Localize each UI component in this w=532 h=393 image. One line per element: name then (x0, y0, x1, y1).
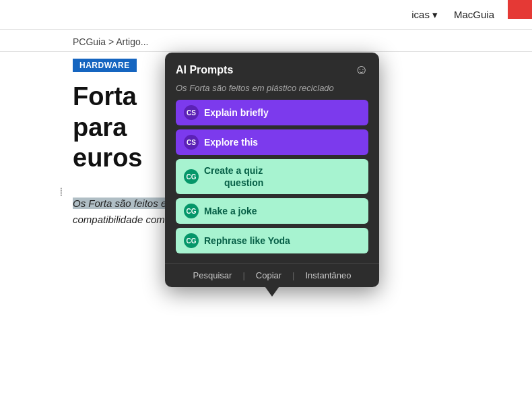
popup-header: AI Prompts ☺ (165, 53, 379, 83)
smiley-icon[interactable]: ☺ (355, 62, 368, 78)
popup-buttons: CS Explain briefly CS Explore this CG Cr… (165, 100, 379, 263)
popup-tail (265, 287, 279, 297)
nav-red-box (508, 0, 532, 19)
cs-icon-explain: CS (184, 105, 199, 120)
hardware-badge: HARDWARE (73, 59, 137, 72)
cg-icon-quiz: CG (184, 169, 199, 184)
popup-footer: Pesquisar | Copiar | Instantâneo (165, 263, 379, 287)
ai-prompts-popup: AI Prompts ☺ Os Forta são feitos em plás… (165, 53, 379, 287)
instantaneo-link[interactable]: Instantâneo (294, 270, 362, 280)
pesquisar-link[interactable]: Pesquisar (182, 270, 243, 280)
popup-title: AI Prompts (176, 64, 233, 76)
popup-selected-text: Os Forta são feitos em plástico reciclad… (165, 83, 379, 100)
rephrase-yoda-button[interactable]: CG Rephrase like Yoda (176, 228, 368, 253)
cs-icon-explore: CS (184, 135, 199, 150)
make-joke-button[interactable]: CG Make a joke (176, 198, 368, 224)
cg-icon-joke: CG (184, 204, 199, 218)
breadcrumb: PCGuia > Artigo... (0, 30, 532, 52)
nav-link-icas[interactable]: icas ▾ (411, 9, 438, 21)
create-quiz-button[interactable]: CG Create a quizquestion (176, 159, 368, 194)
copiar-link[interactable]: Copiar (245, 270, 292, 280)
explain-briefly-button[interactable]: CS Explain briefly (176, 100, 368, 125)
bullet-icon: ⁞ (59, 185, 63, 200)
nav-links: icas ▾ MacGuia (411, 9, 494, 21)
explore-this-button[interactable]: CS Explore this (176, 129, 368, 155)
chevron-down-icon: ▾ (432, 9, 438, 21)
nav-link-macguia[interactable]: MacGuia (454, 9, 494, 20)
top-nav: icas ▾ MacGuia (0, 0, 532, 30)
cg-icon-yoda: CG (184, 233, 199, 248)
